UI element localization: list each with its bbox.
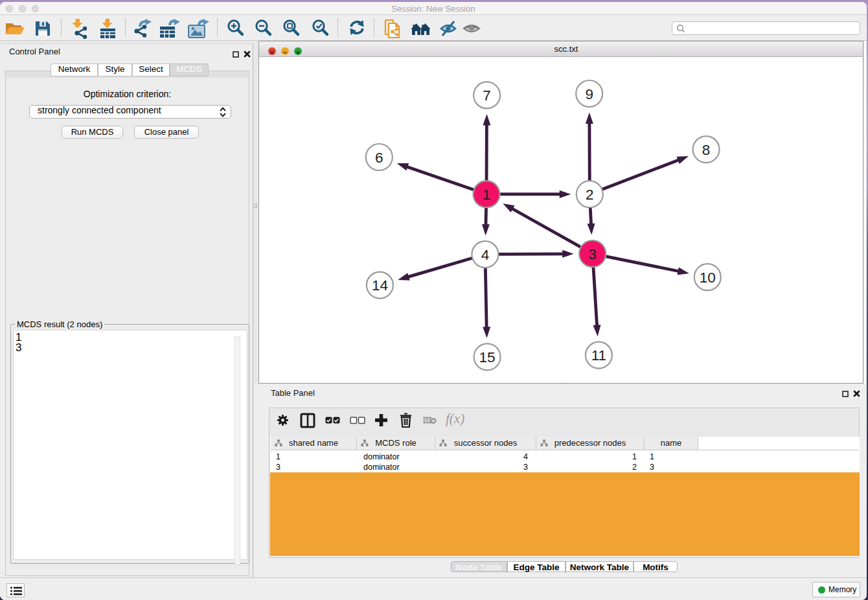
svg-text:3: 3 (588, 246, 597, 262)
svg-text:8: 8 (702, 142, 711, 158)
svg-text:11: 11 (591, 347, 606, 363)
svg-text:1: 1 (483, 187, 491, 203)
svg-text:7: 7 (483, 87, 491, 104)
svg-text:6: 6 (375, 150, 383, 166)
svg-text:14: 14 (372, 277, 388, 294)
svg-text:10: 10 (700, 270, 716, 286)
svg-text:4: 4 (481, 247, 490, 263)
svg-text:2: 2 (586, 187, 594, 203)
svg-text:9: 9 (585, 86, 593, 102)
svg-text:15: 15 (479, 349, 496, 365)
